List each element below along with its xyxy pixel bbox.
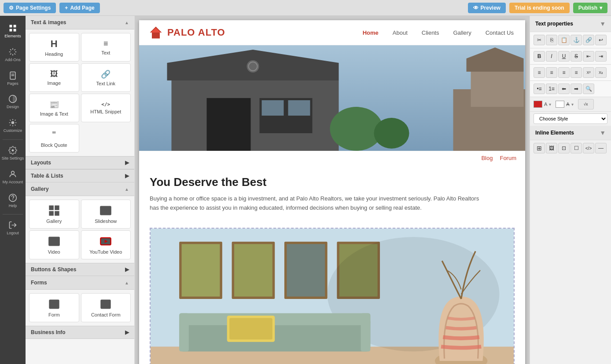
youtube-video-element[interactable]: YouTube Video — [81, 230, 131, 259]
ordered-list-button[interactable]: 1≡ — [546, 84, 557, 94]
sidebar-item-pages[interactable]: Pages — [0, 67, 26, 91]
bold-button[interactable]: B — [534, 51, 545, 62]
cut-button[interactable]: ✂ — [534, 35, 545, 45]
add-page-button[interactable]: + Add Page — [59, 3, 99, 13]
block-quote-icon: " — [52, 129, 56, 141]
text-element[interactable]: ≡ Text — [81, 33, 131, 62]
find-button[interactable]: 🔍 — [583, 84, 594, 94]
sidebar-item-design[interactable]: Design — [0, 90, 26, 114]
subscript-button[interactable]: X₂ — [595, 67, 607, 78]
align-center-button[interactable]: ≡ — [546, 67, 557, 78]
contact-form-element[interactable]: Contact Form — [81, 293, 131, 322]
image-element[interactable]: 🖼 Image — [29, 63, 79, 92]
forms-section-header[interactable]: Forms ▲ — [26, 276, 134, 290]
sidebar-item-help[interactable]: Help — [0, 189, 26, 213]
sidebar-item-logout[interactable]: Logout — [0, 216, 26, 240]
underline-button[interactable]: U — [558, 51, 570, 62]
align-right-button[interactable]: ≡ — [558, 67, 570, 78]
indent-right-button[interactable]: ⇥ — [595, 51, 607, 62]
form-element[interactable]: Form — [29, 293, 79, 322]
site-logo: PALO ALTO — [148, 25, 225, 40]
table-lists-section-header[interactable]: Table & Lists ▶ — [26, 169, 134, 182]
style-select[interactable]: Choose Style — [534, 113, 607, 124]
pages-icon — [8, 71, 17, 80]
text-color-dropdown-icon[interactable]: ▾ — [549, 102, 551, 107]
sidebar-item-customize[interactable]: Customize — [0, 114, 26, 138]
anchor-button[interactable]: ⚓ — [571, 35, 582, 45]
nav-link-about[interactable]: About — [390, 28, 410, 38]
slideshow-icon — [99, 204, 112, 217]
sidebar-item-label: Customize — [4, 128, 22, 133]
link-button[interactable]: 🔗 — [583, 35, 594, 45]
html-snippet-label: HTML Snippet — [90, 109, 121, 114]
site-nav-links: Home About Clients Gallery Contact Us — [360, 28, 516, 38]
copy-button[interactable]: ⎘ — [546, 35, 557, 45]
text-images-section-header[interactable]: Text & images ▲ — [26, 16, 134, 29]
page-settings-button[interactable]: ⚙ Page Settings — [4, 3, 56, 13]
text-color-swatch[interactable] — [534, 101, 542, 108]
undo-button[interactable]: ↩ — [595, 35, 607, 45]
canvas-area[interactable]: PALO ALTO Home About Clients Gallery Con… — [135, 16, 530, 364]
paste-button[interactable]: 📋 — [558, 35, 570, 45]
gallery-inline-button[interactable]: ⊡ — [558, 143, 570, 153]
block-quote-element[interactable]: " Block Quote — [29, 124, 79, 153]
bg-color-dropdown-icon[interactable]: ▾ — [571, 102, 574, 107]
heading-element[interactable]: H Heading — [29, 33, 79, 62]
page-settings-label: Page Settings — [16, 5, 51, 11]
svg-rect-45 — [471, 72, 524, 107]
hr-inline-button[interactable]: — — [595, 143, 607, 153]
layouts-section-header[interactable]: Layouts ▶ — [26, 156, 134, 169]
sidebar-item-add-ons[interactable]: Add-Ons — [0, 43, 26, 67]
gallery-interior-image — [151, 229, 514, 364]
preview-button[interactable]: 👁 Preview — [468, 3, 506, 13]
format-toolbar-row: B I U S ⇤ ⇥ — [530, 48, 611, 65]
forum-link[interactable]: Forum — [500, 155, 516, 161]
contact-form-label: Contact Form — [91, 312, 121, 317]
sidebar-item-elements[interactable]: Elements — [0, 19, 26, 43]
sidebar-item-my-account[interactable]: My Account — [0, 165, 26, 189]
list-indent-less-button[interactable]: ⬅ — [558, 84, 570, 94]
blog-link[interactable]: Blog — [481, 155, 493, 161]
code-inline-button[interactable]: </> — [583, 143, 594, 153]
formula-button[interactable]: √x — [578, 99, 594, 109]
nav-link-clients[interactable]: Clients — [419, 28, 442, 38]
form-label: Form — [48, 312, 60, 317]
buttons-shapes-section-header[interactable]: Buttons & Shapes ▶ — [26, 263, 134, 276]
nav-link-gallery[interactable]: Gallery — [451, 28, 474, 38]
gallery-section-preview[interactable] — [150, 228, 515, 364]
publish-button[interactable]: Publish ▾ — [573, 3, 607, 13]
nav-link-contact[interactable]: Contact Us — [483, 28, 516, 38]
italic-button[interactable]: I — [546, 51, 557, 62]
list-indent-more-button[interactable]: ➡ — [571, 84, 582, 94]
box-inline-button[interactable]: ☐ — [571, 143, 582, 153]
gallery-grid: Gallery Slideshow Video YouTube Video — [26, 196, 134, 263]
publish-dropdown-icon: ▾ — [600, 5, 602, 11]
inline-elements-collapse-icon[interactable]: ▼ — [600, 129, 606, 136]
business-info-section-header[interactable]: Business Info ▶ — [26, 326, 134, 339]
right-panel-collapse-icon[interactable]: ▼ — [600, 20, 606, 27]
image-text-element[interactable]: 📰 Image & Text — [29, 94, 79, 122]
text-link-element[interactable]: 🔗 Text Link — [81, 63, 131, 92]
image-icon: 🖼 — [50, 69, 58, 79]
video-element[interactable]: Video — [29, 230, 79, 259]
table-inline-button[interactable]: ⊞ — [534, 143, 545, 153]
elements-icon — [8, 24, 17, 33]
superscript-button[interactable]: X² — [583, 67, 594, 78]
indent-left-button[interactable]: ⇤ — [583, 51, 594, 62]
sidebar-item-site-settings[interactable]: Site Settings — [0, 142, 26, 165]
bg-color-swatch[interactable] — [556, 101, 564, 108]
youtube-video-label: YouTube Video — [89, 249, 122, 255]
eye-icon: 👁 — [473, 5, 478, 11]
trial-button[interactable]: Trial is ending soon — [509, 3, 570, 13]
gallery-section-header[interactable]: Gallery ▲ — [26, 182, 134, 196]
image-inline-button[interactable]: 🖼 — [546, 143, 557, 153]
slideshow-element[interactable]: Slideshow — [81, 200, 131, 229]
html-snippet-element[interactable]: </> HTML Snippet — [81, 94, 131, 122]
align-justify-button[interactable]: ≡ — [571, 67, 582, 78]
bullet-list-button[interactable]: •≡ — [534, 84, 545, 94]
nav-link-home[interactable]: Home — [360, 28, 381, 38]
align-left-button[interactable]: ≡ — [534, 67, 545, 78]
strikethrough-button[interactable]: S — [571, 51, 582, 62]
gallery-element[interactable]: Gallery — [29, 200, 79, 229]
block-quote-label: Block Quote — [41, 142, 67, 148]
